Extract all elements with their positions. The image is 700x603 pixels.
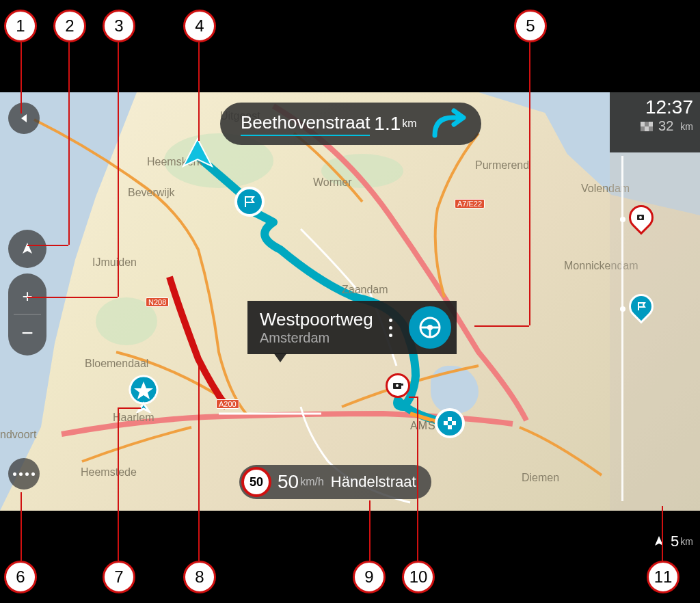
callout-line bbox=[118, 409, 119, 561]
route-destination-marker[interactable] bbox=[435, 408, 465, 438]
current-street-name: Händelstraat bbox=[331, 473, 416, 491]
remaining-distance-unit: km bbox=[680, 121, 693, 132]
route-bar-dot bbox=[620, 217, 625, 222]
city-label: Haarlem bbox=[113, 412, 154, 424]
callout-line bbox=[118, 42, 119, 297]
callout-7: 7 bbox=[103, 561, 135, 593]
callout-line bbox=[369, 500, 371, 561]
camera-icon bbox=[392, 379, 404, 392]
speed-limit-sign: 50 bbox=[241, 467, 271, 497]
selected-location-popup: Westpoortweg Amsterdam bbox=[247, 301, 457, 354]
zoom-out-button[interactable]: − bbox=[21, 319, 33, 347]
city-label: Heemstede bbox=[81, 466, 137, 479]
svg-rect-4 bbox=[448, 421, 452, 425]
callout-6: 6 bbox=[4, 561, 37, 593]
route-bar-start-marker[interactable] bbox=[629, 294, 659, 319]
popup-menu-button[interactable] bbox=[386, 319, 403, 337]
callout-9: 9 bbox=[353, 561, 386, 593]
callout-line bbox=[68, 42, 70, 245]
callout-line bbox=[417, 398, 418, 561]
main-menu-button[interactable] bbox=[8, 458, 40, 490]
steering-wheel-icon bbox=[418, 316, 442, 339]
callout-line bbox=[21, 42, 22, 113]
selected-location-name: Westpoortweg bbox=[260, 309, 373, 330]
callout-line bbox=[27, 297, 118, 298]
svg-rect-15 bbox=[641, 122, 645, 126]
callout-5: 5 bbox=[514, 10, 547, 42]
checkered-flag-icon bbox=[641, 122, 653, 131]
city-label: ndvoort bbox=[0, 429, 36, 441]
callout-line bbox=[662, 506, 663, 561]
route-bar-line bbox=[621, 156, 623, 501]
instruction-panel[interactable]: Beethovenstraat 1.1 km bbox=[220, 103, 481, 145]
svg-rect-5 bbox=[444, 425, 448, 429]
selected-location-city: Amsterdam bbox=[260, 330, 373, 346]
next-turn-unit: km bbox=[402, 118, 416, 130]
route-bar-dot bbox=[620, 306, 625, 312]
divider bbox=[14, 314, 41, 314]
city-label: Zaandam bbox=[342, 284, 388, 296]
city-label: Diemen bbox=[522, 472, 559, 484]
flag-icon bbox=[636, 301, 647, 312]
arrival-time: 12:37 bbox=[617, 96, 693, 118]
speed-camera-marker[interactable] bbox=[386, 373, 410, 398]
svg-marker-0 bbox=[183, 139, 212, 166]
callout-line bbox=[27, 245, 68, 246]
route-bar-camera-marker[interactable] bbox=[629, 205, 659, 230]
city-label: Purmerend bbox=[475, 159, 529, 172]
svg-point-19 bbox=[639, 216, 642, 219]
checkered-flag-icon bbox=[442, 416, 457, 431]
callout-1: 1 bbox=[4, 10, 37, 42]
svg-rect-6 bbox=[452, 425, 456, 429]
current-location-icon bbox=[180, 137, 215, 172]
city-label: Bloemendaal bbox=[85, 358, 148, 370]
city-label: Beverwijk bbox=[128, 187, 174, 199]
road-number: N208 bbox=[146, 297, 169, 307]
svg-rect-2 bbox=[444, 417, 448, 421]
remaining-distance: 32 bbox=[658, 118, 673, 134]
arrival-panel[interactable]: 12:37 32 km bbox=[610, 92, 700, 152]
callout-3: 3 bbox=[103, 10, 135, 42]
turn-right-icon bbox=[429, 108, 470, 139]
svg-rect-10 bbox=[401, 384, 403, 386]
scale-unit: km bbox=[680, 536, 693, 547]
callout-line bbox=[529, 42, 530, 325]
menu-icon bbox=[13, 472, 35, 476]
callout-line bbox=[21, 492, 22, 561]
flag-icon bbox=[243, 195, 256, 209]
current-speed: 50 bbox=[278, 471, 299, 493]
svg-rect-17 bbox=[645, 126, 649, 131]
city-label: IJmuiden bbox=[92, 256, 137, 269]
back-icon bbox=[17, 111, 31, 125]
svg-rect-16 bbox=[649, 122, 653, 126]
callout-10: 10 bbox=[402, 561, 435, 593]
callout-line bbox=[198, 42, 200, 141]
drive-here-button[interactable] bbox=[409, 306, 451, 349]
callout-11: 11 bbox=[647, 561, 679, 593]
scale-value: 5 bbox=[671, 533, 679, 550]
compass-icon bbox=[20, 241, 35, 256]
next-street-name: Beethovenstraat bbox=[241, 112, 370, 136]
svg-point-9 bbox=[396, 384, 399, 387]
letterbox-bottom bbox=[0, 511, 700, 603]
road-number: A200 bbox=[216, 399, 239, 409]
callout-8: 8 bbox=[183, 561, 216, 593]
callout-line bbox=[409, 397, 418, 398]
cursor-icon bbox=[653, 535, 665, 548]
camera-icon bbox=[636, 212, 647, 223]
callout-line bbox=[118, 407, 141, 409]
route-start-marker[interactable] bbox=[234, 187, 265, 217]
letterbox-top bbox=[0, 0, 700, 92]
callout-4: 4 bbox=[183, 10, 216, 42]
callout-2: 2 bbox=[53, 10, 86, 42]
switch-view-button[interactable] bbox=[8, 230, 46, 268]
next-turn-distance: 1.1 bbox=[374, 113, 401, 135]
svg-rect-3 bbox=[452, 417, 456, 421]
back-button[interactable] bbox=[8, 103, 40, 134]
callout-line bbox=[474, 325, 529, 327]
speed-panel[interactable]: 50 50 km/h Händelstraat bbox=[239, 465, 431, 499]
popup-pointer bbox=[273, 353, 287, 362]
road-number: A7/E22 bbox=[455, 199, 485, 209]
speed-unit: km/h bbox=[300, 476, 324, 488]
city-label: Wormer bbox=[313, 176, 352, 189]
